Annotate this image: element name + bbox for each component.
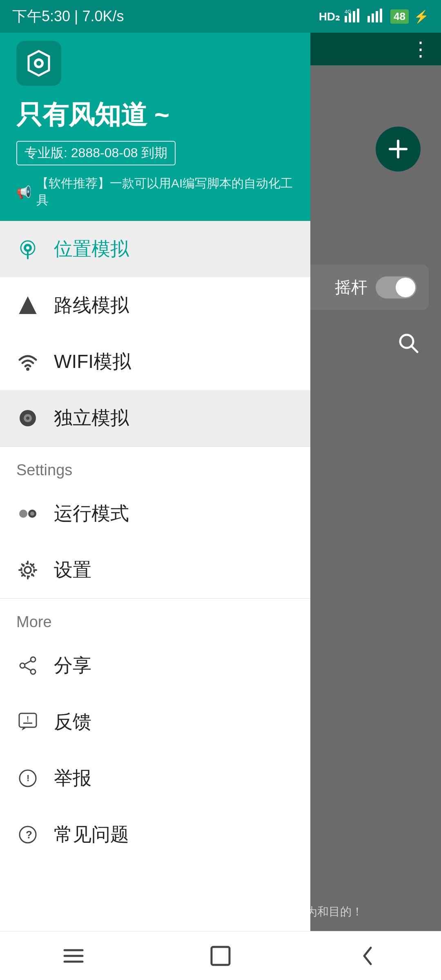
hd-icon: HD₂ [319,10,340,23]
svg-rect-45 [212,947,229,965]
svg-line-34 [24,667,31,670]
svg-rect-4 [345,16,347,22]
announcement-text: 【软件推荐】一款可以用AI编写脚本的自动化工具 [36,175,294,209]
megaphone-icon: 📢 [16,185,31,199]
app-logo [16,41,61,86]
drawer-header: 只有风知道 ~ 专业版: 2888-08-08 到期 📢 【软件推荐】一款可以用… [0,0,310,221]
nav-section: 位置模拟 路线模拟 WIFI模拟 [0,221,310,980]
signal-4g-icon: 4G [345,8,363,25]
navigation-drawer: 只有风知道 ~ 专业版: 2888-08-08 到期 📢 【软件推荐】一款可以用… [0,0,310,980]
gear-icon [16,559,39,581]
sidebar-item-location[interactable]: 位置模拟 [0,221,310,277]
svg-rect-7 [357,9,359,22]
svg-point-21 [26,368,29,371]
status-speed: 7.0K/s [82,8,124,24]
bottom-nav-menu[interactable] [49,940,98,972]
svg-rect-11 [376,11,378,22]
sidebar-item-route[interactable]: 路线模拟 [0,277,310,334]
user-name: 只有风知道 ~ [16,97,294,133]
bottom-navigation [0,931,441,980]
svg-line-3 [411,346,417,352]
route-simulate-label: 路线模拟 [54,293,129,318]
svg-text:!: ! [27,715,29,723]
svg-point-17 [26,246,29,249]
status-bar: 下午5:30 | 7.0K/s HD₂ 4G 48 ⚡ [0,0,441,33]
sidebar-item-run-mode[interactable]: 运行模式 [0,486,310,542]
svg-point-24 [26,416,29,420]
charging-icon: ⚡ [414,9,429,24]
svg-rect-9 [368,16,370,22]
feedback-icon: ! [16,710,39,733]
pro-badge: 专业版: 2888-08-08 到期 [16,141,176,165]
signal-4g-2-icon [368,8,385,25]
feedback-label: 反馈 [54,709,91,735]
svg-rect-6 [353,11,355,22]
svg-marker-19 [20,297,36,314]
svg-rect-5 [349,13,351,22]
report-icon: ! [16,767,39,790]
wifi-simulate-label: WIFI模拟 [54,349,131,374]
svg-point-32 [20,663,25,668]
svg-text:4G: 4G [345,9,351,15]
svg-point-30 [31,657,36,662]
share-label: 分享 [54,653,91,678]
sidebar-item-wifi[interactable]: WIFI模拟 [0,334,310,390]
bottom-nav-home[interactable] [196,940,245,972]
svg-rect-10 [372,13,374,22]
svg-text:?: ? [26,829,32,841]
share-icon [16,654,39,677]
svg-point-25 [19,510,27,518]
battery-level: 48 [390,9,409,24]
search-icon[interactable] [396,331,421,357]
bottom-nav-back[interactable] [343,940,392,972]
standalone-icon [16,407,39,430]
more-options-icon[interactable]: ⋮ [411,38,429,60]
report-label: 举报 [54,766,91,791]
svg-point-15 [36,61,41,66]
sidebar-item-standalone[interactable]: 独立模拟 [0,390,310,446]
sidebar-item-share[interactable]: 分享 [0,637,310,694]
faq-label: 常见问题 [54,822,129,847]
run-mode-icon [16,502,39,525]
sidebar-item-report[interactable]: ! 举报 [0,750,310,806]
svg-text:!: ! [27,773,29,783]
sidebar-item-settings[interactable]: 设置 [0,542,310,598]
location-icon [16,238,39,261]
more-section-title: More [0,599,310,637]
settings-section-title: Settings [0,447,310,486]
svg-point-31 [31,669,36,674]
route-icon [16,294,39,317]
standalone-simulate-label: 独立模拟 [54,405,129,431]
add-button[interactable] [376,127,421,172]
svg-rect-12 [380,9,382,22]
settings-label: 设置 [54,557,91,583]
joystick-label: 摇杆 [335,276,368,298]
status-icons: HD₂ 4G 48 ⚡ [319,8,429,25]
sidebar-item-feedback[interactable]: ! 反馈 [0,694,310,750]
run-mode-label: 运行模式 [54,501,129,526]
announcement: 📢 【软件推荐】一款可以用AI编写脚本的自动化工具 [16,175,294,209]
svg-point-27 [30,512,34,516]
status-time-speed: 下午5:30 | 7.0K/s [12,7,124,27]
joystick-toggle[interactable] [376,276,416,298]
sidebar-item-faq[interactable]: ? 常见问题 [0,806,310,863]
svg-point-28 [24,567,31,573]
status-time: 下午5:30 [12,8,70,24]
status-separator: | [74,8,82,24]
svg-line-33 [24,661,31,664]
location-simulate-label: 位置模拟 [54,236,129,262]
faq-icon: ? [16,823,39,846]
wifi-icon [16,350,39,373]
